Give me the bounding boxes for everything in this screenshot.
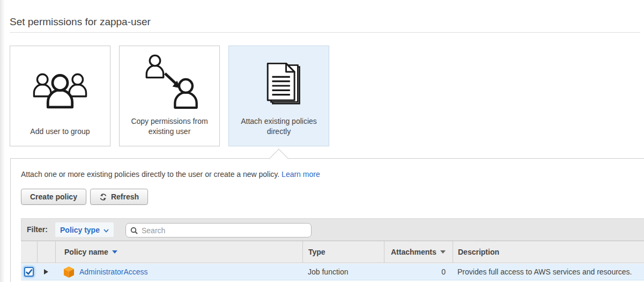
search-icon bbox=[130, 227, 138, 234]
copy-user-icon bbox=[120, 53, 219, 116]
title-divider bbox=[10, 32, 640, 33]
window-edge bbox=[0, 0, 5, 282]
type-header-label: Type bbox=[308, 248, 325, 256]
expand-row-icon[interactable] bbox=[44, 269, 48, 274]
permission-options: Add user to group Copy permissions from … bbox=[10, 46, 329, 146]
create-policy-button[interactable]: Create policy bbox=[21, 189, 86, 205]
card-label: Attach existing policies directly bbox=[233, 116, 324, 137]
attachments-header-label: Attachments bbox=[391, 248, 436, 256]
users-group-icon bbox=[10, 63, 110, 114]
policy-name-header-label: Policy name bbox=[64, 248, 108, 256]
table-row[interactable]: AdministratorAccess Job function 0 Provi… bbox=[21, 264, 644, 280]
policy-type-value: Job function bbox=[308, 268, 349, 276]
policy-description: Provides full access to AWS services and… bbox=[457, 268, 632, 276]
panel-description: Attach one or more existing policies dir… bbox=[21, 170, 320, 179]
search-box bbox=[125, 223, 312, 238]
policy-type-dropdown[interactable]: Policy type bbox=[55, 222, 114, 237]
refresh-label: Refresh bbox=[111, 192, 139, 201]
sort-desc-icon bbox=[112, 250, 117, 254]
column-header-attachments[interactable]: Attachments bbox=[384, 241, 453, 263]
card-label: Copy permissions from existing user bbox=[124, 116, 215, 137]
refresh-button[interactable]: Refresh bbox=[90, 189, 148, 205]
column-header-description: Description bbox=[453, 241, 644, 263]
create-policy-label: Create policy bbox=[30, 192, 77, 201]
sort-desc-icon bbox=[440, 250, 446, 254]
card-copy-permissions[interactable]: Copy permissions from existing user bbox=[119, 46, 220, 146]
policy-name-link[interactable]: AdministratorAccess bbox=[79, 268, 148, 276]
refresh-icon bbox=[99, 193, 107, 201]
card-attach-existing-policies[interactable]: Attach existing policies directly bbox=[228, 46, 329, 146]
header-checkbox-column bbox=[21, 241, 37, 263]
page-title: Set permissions for zappa-user bbox=[10, 16, 151, 28]
chevron-down-icon bbox=[103, 226, 109, 234]
filter-bar: Filter: Policy type bbox=[21, 218, 644, 241]
card-add-user-to-group[interactable]: Add user to group bbox=[10, 46, 110, 146]
policy-type-label: Policy type bbox=[60, 226, 100, 234]
aws-policy-cube-icon bbox=[64, 266, 74, 278]
column-header-type: Type bbox=[302, 241, 384, 263]
table-header: Policy name Type Attachments Description bbox=[21, 241, 644, 263]
attach-policies-panel: Attach one or more existing policies dir… bbox=[10, 158, 644, 282]
learn-more-link[interactable]: Learn more bbox=[282, 170, 320, 179]
policies-stack-icon bbox=[229, 59, 329, 113]
header-expand-column bbox=[37, 241, 55, 263]
attachments-count: 0 bbox=[441, 268, 446, 276]
description-text: Attach one or more existing policies dir… bbox=[21, 170, 279, 179]
row-checkbox[interactable] bbox=[24, 267, 34, 277]
filter-label: Filter: bbox=[27, 225, 48, 234]
card-label: Add user to group bbox=[14, 127, 106, 137]
description-header-label: Description bbox=[458, 248, 499, 256]
checkmark-icon bbox=[25, 268, 33, 276]
search-input[interactable] bbox=[142, 226, 307, 235]
column-header-policy-name[interactable]: Policy name bbox=[55, 241, 302, 263]
